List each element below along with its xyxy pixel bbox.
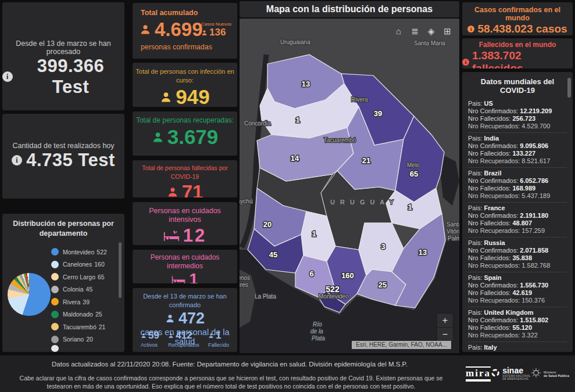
pie-legend: Montevideo522 Canelones160 Cerro Largo65…: [51, 246, 115, 346]
legend-item: Montevideo522: [51, 246, 115, 258]
place-concordia: Concordia: [244, 120, 271, 127]
person-icon: [167, 186, 178, 197]
dept-value-lavalleja: 3: [381, 242, 385, 251]
active-cases-card: Total de personas con infección en curso…: [133, 63, 237, 107]
place-santa-vitoria-line2: Vitória: [447, 228, 459, 235]
tests-today-card: Cantidad de test realizados hoy i 4.735 …: [2, 114, 124, 199]
department-pie-chart[interactable]: [8, 273, 51, 316]
new-cases-label: Casos Nuevos: [201, 21, 231, 27]
place-aires: Aires: [240, 282, 248, 288]
country-label-uruguay: U R U G U A Y: [330, 199, 395, 206]
person-icon: [152, 131, 164, 143]
world-countries-card: Datos mundiales del COVID-19 Pais: US Nr…: [462, 72, 573, 352]
legend-item: Canelones160: [51, 258, 115, 271]
dept-value-paysandu: 14: [291, 154, 299, 163]
legend-swatch: [51, 311, 59, 318]
tests-processed-card: Desde el 13 de marzo se han procesado i …: [2, 2, 124, 110]
person-icon: [208, 333, 214, 339]
info-icon[interactable]: i: [462, 59, 469, 66]
mira-logo: mira: [466, 366, 491, 382]
sun-emblem-icon: [531, 368, 541, 380]
zoom-in-button[interactable]: +: [437, 314, 453, 328]
accumulated-card: Total acumulado 4.699 personas confirmad…: [133, 3, 237, 59]
world-deaths-value: 1.383.702 fallecidos: [472, 49, 573, 69]
person-icon: [141, 333, 147, 339]
country-block-italy: Pais: Italy Nro Confirmados: 1.408.868 N…: [468, 341, 567, 352]
info-icon[interactable]: i: [467, 26, 474, 33]
country-block-russia: Pais: Russia Nro Confirmados: 2.071.858 …: [468, 237, 567, 272]
dept-value-treinta-y-tres: 1: [408, 203, 412, 211]
deceased-card: Total de personas fallecidas por COVID-1…: [133, 160, 237, 197]
home-icon[interactable]: ⌂: [394, 26, 403, 37]
basemap-grid-icon[interactable]: ⊞: [442, 26, 452, 37]
covid-dashboard: Desde el 13 de marzo se han procesado i …: [0, 0, 575, 392]
place-melo: Melo: [407, 162, 420, 168]
legend-icon[interactable]: ≣: [410, 26, 420, 37]
dept-value-salto: 1: [295, 116, 299, 124]
place-santa-vitoria-line3: Palmar: [448, 235, 459, 242]
health-workers-recovered: 412 Recuperados: [168, 330, 199, 348]
place-buenos: Buenos: [240, 275, 250, 281]
distribution-title: Distribución de personas por departament…: [2, 219, 124, 239]
countries-header: Datos mundiales del COVID-19: [468, 75, 567, 98]
icu-bed-icon: [163, 230, 180, 242]
footer: Datos actualizados al 22/11/2020 20:08. …: [0, 355, 575, 392]
accumulated-subtitle: personas confirmadas: [133, 41, 237, 51]
dept-value-montevideo: 522: [326, 285, 340, 294]
person-icon: [160, 91, 172, 103]
deceased-value: 71: [182, 181, 203, 197]
layers-icon[interactable]: ◈: [426, 26, 436, 37]
person-icon: [140, 24, 151, 35]
place-rio-line2: de la: [310, 328, 323, 335]
dept-value-rivera: 39: [374, 109, 382, 118]
place-rio-line1: Río: [313, 321, 322, 328]
legend-swatch: [51, 261, 59, 268]
dept-value-flores: 1: [312, 229, 316, 238]
info-icon[interactable]: i: [2, 71, 13, 82]
info-icon[interactable]: i: [12, 155, 22, 166]
accumulated-value: 4.699: [155, 19, 203, 41]
dept-value-tacuarembo: 21: [362, 156, 370, 165]
countries-scrollbar[interactable]: [567, 78, 571, 98]
place-gualeguaychu: Gualeguaychú: [240, 198, 253, 204]
ministry-health-logo: Ministerio de Salud Pública: [531, 368, 569, 380]
place-rivera: Rivera: [351, 96, 368, 103]
dept-value-cerro-largo: 65: [410, 170, 418, 178]
legend-item-clipped: [51, 345, 59, 352]
legend-item: Colonia45: [51, 283, 115, 296]
recovered-title: Total de personas recuperadas:: [133, 112, 237, 125]
bed-icon: [172, 275, 185, 283]
country-block-brazil: Pais: Brazil Nro Confirmados: 6.052.786 …: [468, 167, 567, 202]
health-workers-active: 59 Activos: [141, 330, 159, 348]
world-deaths-title: Fallecidos en el mundo: [462, 38, 573, 49]
world-deaths-card: Fallecidos en el mundo i 1.383.702 falle…: [462, 38, 573, 69]
dept-value-soriano: 20: [263, 220, 272, 229]
legend-item: Soriano20: [51, 333, 115, 346]
active-title: Total de personas con infección en curso…: [133, 63, 237, 85]
health-workers-title: Desde el 13 de marzo se han confirmado: [133, 288, 237, 310]
legend-scrollbar[interactable]: [119, 242, 122, 298]
legend-swatch: [51, 336, 59, 343]
tests-today-label: Cantidad de test realizados hoy: [2, 142, 124, 150]
dept-value-san-jose: 6: [309, 269, 313, 278]
uruguay-map[interactable]: 13 1 39 14 21 65 1 20 1 45 6 160 522 3 2…: [240, 19, 459, 353]
new-cases: Casos Nuevos 136: [201, 21, 231, 38]
new-cases-value: 136: [209, 27, 226, 38]
legend-item: Maldonado25: [51, 308, 115, 321]
legend-item: Tacuarembó21: [51, 321, 115, 333]
intermediate-title: Personas en cuidados intermedios: [133, 250, 237, 271]
health-workers-deceased: 1 Fallecido: [208, 330, 229, 348]
world-confirmed-value: 58.438.023 casos: [477, 23, 567, 35]
legend-swatch: [51, 248, 59, 256]
active-value: 949: [176, 85, 209, 107]
map-attribution: Esri, HERE, Garmin, FAO, NOAA...: [352, 341, 451, 349]
dept-value-maldonado: 25: [378, 280, 387, 289]
country-block-spain: Pais: Spain Nro Confirmados: 1.556.730 N…: [468, 272, 567, 307]
person-icon: [201, 30, 208, 36]
zoom-out-button[interactable]: −: [437, 328, 453, 341]
choropleth-svg: 13 1 39 14 21 65 1 20 1 45 6 160 522 3 2…: [240, 19, 459, 353]
tests-today-value: 4.735 Test: [26, 150, 115, 171]
legend-item: Rivera39: [51, 296, 115, 308]
dept-value-artigas: 13: [302, 80, 310, 88]
recovered-card: Total de personas recuperadas: 3.679: [133, 112, 237, 156]
